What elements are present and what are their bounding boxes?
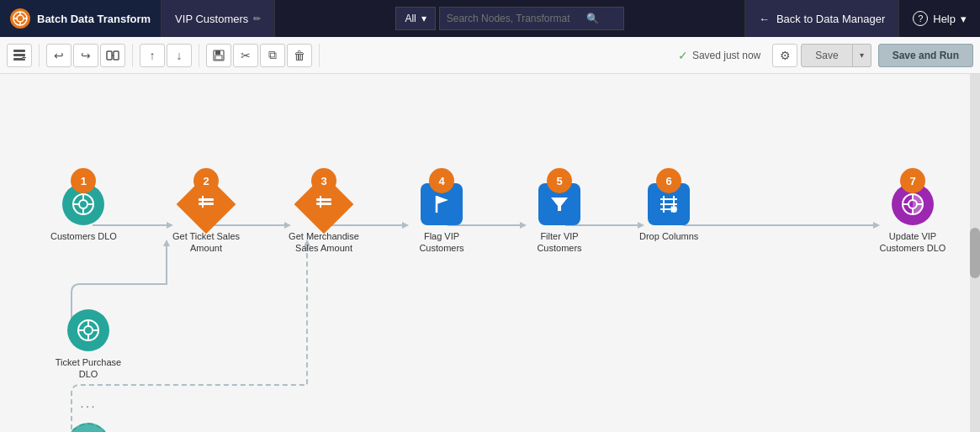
connector-lines [0, 74, 980, 432]
node-badge-7: 7 [900, 168, 925, 193]
node-ticket-purchase-dlo[interactable]: Ticket Purchase DLO [50, 309, 126, 381]
arrow-left-icon: ← [759, 13, 770, 25]
svg-rect-13 [114, 51, 119, 60]
node-icon-ticket-dlo [67, 309, 109, 351]
app-header: Batch Data Transform VIP Customers ✏ All… [0, 0, 980, 37]
svg-rect-11 [22, 57, 26, 58]
tab-label: VIP Customers [175, 13, 248, 25]
svg-rect-12 [107, 51, 112, 60]
saved-text: Saved just now [692, 50, 760, 61]
node-icon-merchandise-dlo [67, 423, 109, 432]
help-button[interactable]: ? Help ▾ [899, 0, 980, 37]
redo-button[interactable]: ↪ [73, 44, 98, 67]
search-input[interactable] [447, 13, 581, 24]
node-drop-columns[interactable]: 6 Drop Columns [639, 183, 698, 242]
ellipsis-indicator: ··· [80, 399, 96, 414]
app-logo-icon [10, 8, 30, 29]
node-get-ticket-sales[interactable]: 2 Get Ticket Sales Amount [168, 183, 244, 255]
toolbar-group-data [7, 44, 40, 67]
toolbar-group-history: ↩ ↪ [46, 44, 133, 67]
svg-rect-47 [316, 198, 331, 201]
workflow-tab[interactable]: VIP Customers ✏ [162, 0, 275, 37]
svg-point-33 [79, 200, 87, 208]
back-button-label: Back to Data Manager [776, 13, 885, 25]
node-label-flag-vip: Flag VIP Customers [404, 230, 479, 255]
node-badge-6: 6 [656, 168, 681, 193]
toolbar-group-edit: ✂ ⧉ 🗑 [206, 44, 320, 67]
node-flag-vip[interactable]: 4 Flag VIP Customers [404, 183, 479, 255]
app-title: Batch Data Transform [37, 13, 151, 25]
node-badge-5: 5 [547, 168, 572, 193]
svg-point-1 [17, 15, 24, 22]
save-dropdown-button[interactable]: ▾ [853, 44, 871, 67]
node-badge-1: 1 [71, 168, 96, 193]
help-chevron-icon: ▾ [961, 13, 967, 25]
search-box: 🔍 [439, 7, 624, 30]
saved-check-icon: ✓ [678, 49, 688, 62]
cut-button[interactable]: ✂ [233, 44, 258, 67]
svg-rect-38 [199, 198, 214, 201]
toolbar-group-file: ↑ ↓ [140, 44, 199, 67]
save-and-run-button[interactable]: Save and Run [878, 44, 973, 67]
svg-rect-39 [199, 203, 214, 205]
scrollbar-thumb[interactable] [970, 228, 980, 278]
filter-dropdown[interactable]: All ▾ [395, 7, 435, 30]
back-to-manager-button[interactable]: ← Back to Data Manager [744, 0, 899, 37]
merge-button[interactable] [100, 44, 125, 67]
svg-rect-48 [316, 203, 331, 205]
svg-rect-16 [215, 50, 220, 55]
save-button-group: Save ▾ [801, 44, 871, 67]
delete-button[interactable]: 🗑 [287, 44, 312, 67]
save-button[interactable]: Save [801, 44, 852, 67]
node-badge-4: 4 [429, 168, 454, 193]
undo-button[interactable]: ↩ [46, 44, 72, 67]
node-get-merchandise-sales[interactable]: 3 Get Merchandise Sales Amount [286, 183, 362, 255]
toolbar: ↩ ↪ ↑ ↓ ✂ ⧉ 🗑 ✓ Saved just now ⚙ [0, 37, 980, 74]
vertical-scrollbar[interactable] [970, 74, 980, 432]
settings-button[interactable]: ⚙ [772, 44, 797, 67]
node-badge-2: 2 [193, 168, 219, 193]
question-icon: ? [913, 11, 928, 26]
node-filter-vip[interactable]: 5 Filter VIP Customers [522, 183, 597, 255]
saved-status: ✓ Saved just now [678, 49, 760, 62]
copy-button[interactable]: ⧉ [260, 44, 285, 67]
download-button[interactable]: ↓ [167, 44, 192, 67]
add-row-button[interactable] [7, 44, 32, 67]
node-label-customers-dlo: Customers DLO [50, 230, 117, 242]
edit-tab-icon[interactable]: ✏ [253, 13, 261, 24]
node-merchandise-purchase-dlo[interactable]: ··· Merchandise Purchase DLO [50, 423, 126, 432]
logo-section: Batch Data Transform [0, 0, 162, 37]
help-label: Help [933, 13, 956, 25]
workflow-canvas: 1 Customers DLO 2 Get Tic [0, 74, 980, 432]
node-customers-dlo[interactable]: 1 Customers DLO [50, 183, 117, 242]
chevron-down-icon: ▾ [421, 13, 426, 24]
node-badge-3: 3 [311, 168, 336, 193]
search-section: All ▾ 🔍 [275, 7, 744, 30]
node-label-update-vip: Update VIP Customers DLO [875, 230, 951, 255]
filter-label: All [405, 13, 416, 24]
node-update-vip-dlo[interactable]: 7 Update VIP Customers DLO [875, 183, 951, 255]
node-label-ticket-dlo: Ticket Purchase DLO [50, 356, 126, 381]
search-icon[interactable]: 🔍 [586, 13, 599, 24]
node-label-drop-columns: Drop Columns [639, 230, 698, 242]
svg-point-42 [84, 326, 93, 335]
svg-rect-7 [13, 54, 25, 56]
save-draft-button[interactable] [206, 44, 231, 67]
upload-button[interactable]: ↑ [140, 44, 165, 67]
node-label-filter-vip: Filter VIP Customers [522, 230, 597, 255]
svg-rect-6 [13, 50, 25, 52]
svg-rect-17 [215, 55, 222, 60]
